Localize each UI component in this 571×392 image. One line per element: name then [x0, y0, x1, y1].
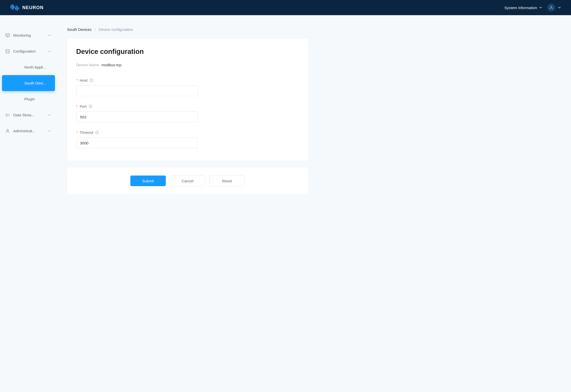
logo-icon [10, 4, 19, 11]
breadcrumb-current: Device configuration [99, 27, 133, 32]
svg-point-15 [7, 129, 9, 131]
cancel-button[interactable]: Cancel [170, 176, 205, 186]
sidebar-item-plugin[interactable]: Plugin [0, 91, 57, 107]
stream-icon [5, 113, 10, 118]
page-title: Device configuration [76, 48, 299, 56]
chevron-down-icon [48, 114, 51, 116]
svg-rect-7 [6, 50, 9, 53]
breadcrumb-separator: / [95, 27, 96, 32]
sidebar-label: Administrat... [13, 129, 46, 133]
system-information-label: System Information [504, 6, 537, 10]
port-label: Port [80, 104, 87, 108]
system-information-menu[interactable]: System Information [504, 6, 542, 10]
info-icon[interactable] [95, 130, 99, 134]
host-label: Host [80, 78, 88, 82]
field-host: * Host [76, 78, 299, 96]
chevron-up-icon [48, 50, 51, 53]
sidebar-item-north-applications[interactable]: North Appli... [0, 59, 57, 75]
svg-point-13 [9, 115, 10, 115]
user-icon [5, 128, 10, 134]
svg-point-12 [9, 114, 9, 114]
user-menu[interactable] [547, 4, 561, 12]
sidebar-label: Plugin [24, 97, 51, 101]
svg-point-4 [550, 6, 552, 8]
header-right: System Information [504, 4, 561, 12]
required-mark: * [76, 104, 78, 108]
user-avatar-icon [547, 4, 555, 12]
chevron-down-icon [48, 34, 51, 37]
sidebar-item-administration[interactable]: Administrat... [0, 123, 57, 139]
device-name-row: Device Name modbus-tcp [76, 63, 299, 67]
monitor-icon [5, 33, 10, 38]
submit-button[interactable]: Submit [130, 176, 166, 186]
info-icon[interactable] [89, 104, 92, 108]
chevron-down-icon [558, 6, 561, 9]
field-timeout: * Timeout [76, 130, 299, 148]
host-input[interactable] [76, 85, 198, 96]
svg-point-9 [7, 50, 7, 51]
sidebar-label: South Devi... [24, 81, 49, 85]
info-icon[interactable] [90, 78, 93, 82]
port-input[interactable] [76, 112, 198, 122]
sidebar-label: Data Strea... [13, 113, 46, 117]
sidebar: Monitoring Configuration North Appli... … [0, 15, 57, 206]
sidebar-item-south-devices[interactable]: South Devi... [2, 75, 55, 91]
timeout-label: Timeout [80, 130, 93, 135]
breadcrumb-root[interactable]: South Devices [67, 27, 92, 32]
reset-button[interactable]: Reset [209, 176, 245, 186]
device-name-value: modbus-tcp [101, 63, 121, 67]
sidebar-item-configuration[interactable]: Configuration [0, 43, 57, 59]
required-mark: * [76, 130, 78, 135]
svg-point-11 [8, 51, 9, 52]
sidebar-label: North Appli... [24, 65, 51, 69]
sidebar-item-monitoring[interactable]: Monitoring [0, 27, 57, 43]
actions-card: Submit Cancel Reset [67, 167, 308, 194]
main-content: South Devices / Device configuration Dev… [57, 15, 320, 206]
required-mark: * [76, 78, 78, 82]
brand: NEURON [10, 4, 44, 11]
app-header: NEURON System Information [0, 0, 571, 15]
sliders-icon [5, 49, 10, 54]
timeout-input[interactable] [76, 138, 198, 148]
sidebar-label: Monitoring [13, 33, 46, 37]
config-card: Device configuration Device Name modbus-… [67, 39, 308, 160]
chevron-down-icon [48, 129, 51, 132]
device-name-label: Device Name [76, 63, 99, 67]
breadcrumb: South Devices / Device configuration [67, 27, 308, 32]
chevron-down-icon [539, 6, 542, 9]
sidebar-item-data-stream[interactable]: Data Strea... [0, 107, 57, 123]
svg-point-14 [9, 116, 9, 116]
sidebar-label: Configuration [13, 49, 46, 53]
field-port: * Port [76, 104, 299, 122]
brand-text: NEURON [22, 5, 44, 10]
